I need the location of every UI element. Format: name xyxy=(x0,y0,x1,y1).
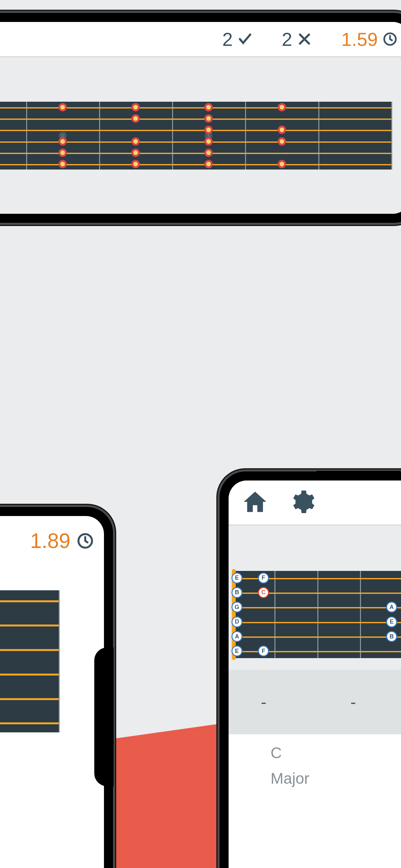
cross-icon xyxy=(297,31,312,47)
string xyxy=(232,593,401,594)
fret-line xyxy=(26,102,27,169)
note-marker[interactable]: E xyxy=(386,616,397,627)
string xyxy=(0,119,391,120)
fretboard[interactable]: EBGDAEFGCDAEFBCFG xyxy=(232,571,401,658)
fretboard[interactable]: 1212 xyxy=(0,590,59,733)
string xyxy=(0,649,59,651)
home-icon xyxy=(242,488,269,516)
note-dot[interactable] xyxy=(204,114,213,123)
string xyxy=(232,651,401,652)
fret-line xyxy=(274,571,275,658)
wrong-count: 2 xyxy=(282,28,292,50)
string xyxy=(0,624,59,626)
fret-line xyxy=(172,102,173,169)
root-note-marker[interactable]: C xyxy=(258,587,269,598)
home-button[interactable] xyxy=(242,488,269,517)
app-toolbar xyxy=(228,480,401,526)
note-marker[interactable]: A xyxy=(232,631,243,642)
phone-mockup-1: 2 2 1.59 35 xyxy=(0,13,401,223)
note-dot[interactable] xyxy=(204,103,213,112)
string xyxy=(232,578,401,579)
scale-selectors: C Major xyxy=(228,734,401,794)
note-marker[interactable]: G xyxy=(232,601,243,613)
note-dot[interactable] xyxy=(131,103,140,112)
timer-display: 1.89 xyxy=(30,529,94,553)
score-topbar: 2 2 1.59 xyxy=(0,22,401,58)
note-dot[interactable] xyxy=(278,126,286,134)
note-dot[interactable] xyxy=(58,149,67,157)
note-marker[interactable]: B xyxy=(232,587,243,598)
note-dot[interactable] xyxy=(131,114,140,123)
note-marker[interactable]: D xyxy=(232,616,243,627)
scale-board-area: EBGDAEFGCDAEFBCFG xyxy=(228,526,401,670)
string xyxy=(232,622,401,623)
note-dot[interactable] xyxy=(131,160,140,168)
note-dot[interactable] xyxy=(58,137,67,146)
dash-2: - xyxy=(350,692,356,712)
fret-line xyxy=(99,102,100,169)
phone-mockup-2: 1.89 1212 Fdim7 xyxy=(0,507,113,868)
fretboard[interactable]: 35 xyxy=(0,102,391,169)
fret-line xyxy=(360,571,361,658)
wrong-score: 2 xyxy=(282,28,312,50)
phone-mockup-3: EBGDAEFGCDAEFBCFG - - C Major xyxy=(220,471,401,868)
timer-value: 1.59 xyxy=(341,28,378,50)
fret-line xyxy=(317,571,318,658)
string xyxy=(0,600,59,602)
note-marker[interactable]: F xyxy=(258,572,269,584)
note-dot[interactable] xyxy=(278,103,286,112)
note-dot[interactable] xyxy=(204,149,213,157)
fret-line xyxy=(245,102,246,169)
note-dot[interactable] xyxy=(58,103,67,112)
note-marker[interactable]: A xyxy=(386,601,397,613)
correct-score: 2 xyxy=(222,28,253,50)
dash-1: - xyxy=(261,692,266,712)
timer-display: 1.59 xyxy=(341,28,398,50)
note-dot[interactable] xyxy=(278,137,286,146)
gear-icon xyxy=(288,488,315,516)
clock-icon xyxy=(382,31,398,47)
note-marker[interactable]: B xyxy=(386,631,397,642)
clock-icon xyxy=(76,532,94,550)
string xyxy=(0,698,59,700)
string xyxy=(0,722,59,724)
quality-selector[interactable]: Major xyxy=(271,770,401,787)
correct-count: 2 xyxy=(222,28,233,50)
string xyxy=(0,130,391,131)
fret-line xyxy=(391,102,392,169)
note-dot[interactable] xyxy=(131,137,140,146)
settings-button[interactable] xyxy=(288,488,315,517)
note-dot[interactable] xyxy=(58,160,67,168)
fret-line xyxy=(59,590,60,733)
fret-line xyxy=(318,102,319,169)
device-notch xyxy=(94,647,114,786)
note-marker[interactable]: E xyxy=(232,572,243,584)
check-icon xyxy=(237,31,253,47)
timer-value: 1.89 xyxy=(30,529,70,553)
note-dot[interactable] xyxy=(131,149,140,157)
note-dot[interactable] xyxy=(204,160,213,168)
string xyxy=(232,637,401,638)
note-marker[interactable]: E xyxy=(232,646,243,656)
string xyxy=(232,607,401,609)
note-dot[interactable] xyxy=(278,160,286,168)
note-marker[interactable]: F xyxy=(258,646,269,656)
position-row: - - xyxy=(228,670,401,734)
note-dot[interactable] xyxy=(204,137,213,146)
root-selector[interactable]: C xyxy=(271,744,401,762)
string xyxy=(0,674,59,676)
